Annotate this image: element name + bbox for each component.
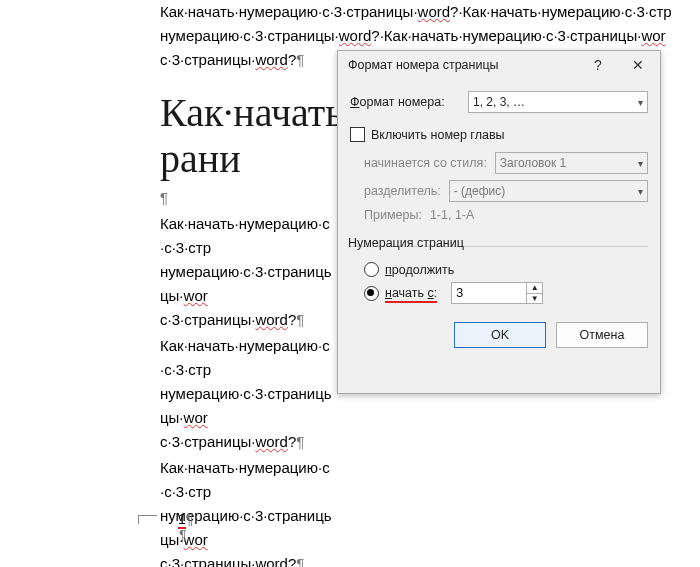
spin-up-button[interactable]: ▲ bbox=[527, 283, 542, 294]
spelling-error: word bbox=[255, 311, 288, 328]
chapter-style-value: Заголовок 1 bbox=[500, 156, 566, 170]
text-run: Как·начать bbox=[160, 90, 343, 135]
separator-value: - (дефис) bbox=[454, 184, 506, 198]
continue-radio-label: продолжить bbox=[385, 263, 454, 277]
pilcrow-icon: ¶ bbox=[296, 311, 304, 328]
chapter-style-label: начинается со стиля: bbox=[364, 156, 487, 170]
start-at-input[interactable] bbox=[452, 283, 526, 303]
text-run: рани bbox=[160, 136, 241, 181]
spelling-error: word bbox=[339, 27, 372, 44]
page-number-format-dialog: Формат номера страницы ? ✕ ФФормат номер… bbox=[337, 50, 661, 394]
text-run: ? bbox=[450, 3, 458, 20]
body-paragraph[interactable]: Как·начать·нумерацию·с·с·3·стр нумерацию… bbox=[160, 456, 700, 567]
include-chapter-label: Включить номер главы bbox=[371, 128, 505, 142]
dialog-titlebar[interactable]: Формат номера страницы ? ✕ bbox=[338, 51, 660, 79]
number-format-combo[interactable]: 1, 2, 3, … ▾ bbox=[468, 91, 648, 113]
pilcrow-icon: ¶ bbox=[186, 511, 194, 527]
continue-radio[interactable] bbox=[364, 262, 379, 277]
pilcrow-icon: ¶ bbox=[179, 527, 187, 543]
start-at-spin[interactable]: ▲ ▼ bbox=[451, 282, 543, 304]
ok-button[interactable]: OK bbox=[454, 322, 546, 348]
dialog-body: ФФормат номера:ормат номера: 1, 2, 3, … … bbox=[338, 79, 660, 358]
examples-value: 1-1, 1-A bbox=[430, 208, 474, 222]
spin-down-button[interactable]: ▼ bbox=[527, 294, 542, 304]
page-number-footer[interactable]: 1¶ ¶ bbox=[178, 511, 193, 543]
start-at-radio[interactable] bbox=[364, 286, 379, 301]
include-chapter-checkbox[interactable] bbox=[350, 127, 365, 142]
examples-label: Примеры: bbox=[364, 208, 422, 222]
footer-separator bbox=[138, 515, 157, 524]
spelling-error: word bbox=[255, 433, 288, 450]
text-run: Как·начать·нумерацию·с·3·страницы· bbox=[160, 3, 418, 20]
help-icon: ? bbox=[594, 57, 602, 73]
pilcrow-icon: ¶ bbox=[296, 433, 304, 450]
dialog-title: Формат номера страницы bbox=[348, 58, 578, 72]
close-button[interactable]: ✕ bbox=[618, 52, 658, 78]
chapter-style-combo: Заголовок 1 ▾ bbox=[495, 152, 648, 174]
separator-combo: - (дефис) ▾ bbox=[449, 180, 648, 202]
pilcrow-icon: ¶ bbox=[296, 555, 304, 567]
pilcrow-icon: ¶ bbox=[296, 51, 304, 68]
cancel-button[interactable]: Отмена bbox=[556, 322, 648, 348]
page-numbering-group: продолжить начать с: ▲ ▼ bbox=[350, 246, 648, 304]
spelling-error: word bbox=[418, 3, 451, 20]
help-button[interactable]: ? bbox=[578, 52, 618, 78]
chevron-down-icon: ▾ bbox=[638, 97, 643, 108]
spelling-error: word bbox=[255, 555, 288, 567]
chevron-down-icon: ▾ bbox=[638, 158, 643, 169]
start-at-radio-label: начать с: bbox=[385, 286, 437, 300]
spelling-error: word bbox=[255, 51, 288, 68]
number-format-value: 1, 2, 3, … bbox=[473, 95, 525, 109]
separator-label: разделитель: bbox=[364, 184, 441, 198]
pilcrow-icon: ¶ bbox=[160, 189, 168, 206]
close-icon: ✕ bbox=[632, 57, 644, 73]
chevron-down-icon: ▾ bbox=[638, 186, 643, 197]
